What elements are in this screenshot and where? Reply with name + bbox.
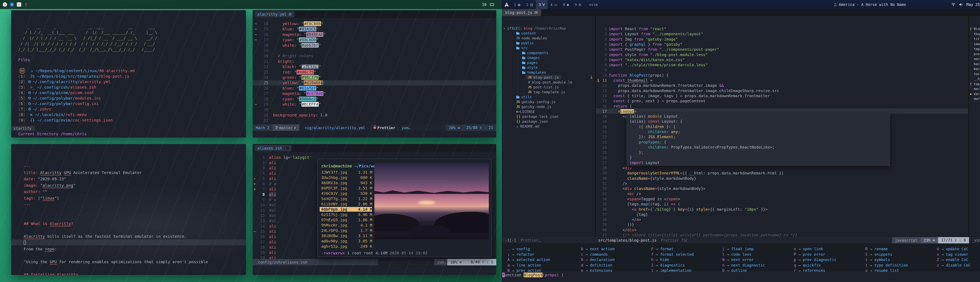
tree-item-license[interactable]: LICENSE [516, 110, 535, 114]
startify-entry[interactable]: [1] JS ~/Repos/blog/src/templates/blog-p… [18, 74, 129, 79]
whichkey-binding-next-error[interactable]: N → next error [722, 258, 754, 262]
whichkey-binding-format-selected[interactable]: f → format selected [651, 252, 694, 257]
tree-root[interactable]: ▾[FILE]:blog/home/chris/Rep [503, 26, 566, 30]
fzf-preview-float[interactable]: chris@machine ~/Pics/wallpapers/6QbF0pb.… [318, 159, 492, 257]
whichkey-binding-outline[interactable]: O → outline [722, 268, 747, 272]
startify-entry[interactable]: [4] ⚙ ~/.config/picom/picom.conf [18, 90, 94, 96]
tree-item-templates[interactable]: templates [522, 70, 546, 75]
whichkey-binding-float-jump[interactable]: j → float jump [722, 247, 754, 251]
preview-file-row[interactable]: ad6v90y.jpg3.05 M [320, 239, 372, 244]
preview-file-row[interactable]: 07nEzQ3.jpg1.86 M [320, 218, 372, 222]
vista-symbols-panel[interactable]: ƒ BlogPost Function:10 thumbnail Variabl… [969, 16, 980, 237]
tree-item-tag-template-js[interactable]: JStag-template.js [528, 90, 565, 94]
preview-file-row[interactable]: 3UwJhbg.jpg680 K [320, 175, 372, 180]
preview-file-row[interactable]: 6QbF0pb.jpg4.14 M [320, 207, 372, 212]
whichkey-binding-diagnostics[interactable]: I → diagnostics [651, 263, 685, 267]
whichkey-binding-declaration[interactable]: D → declaration [581, 258, 615, 262]
vista-symbol[interactable]: thumbnail Variable:11 [970, 32, 980, 36]
coc-explorer-panel[interactable]: ▾[FILE]:blog/home/chris/RepcontentJSnode… [502, 16, 595, 237]
startify-entry[interactable]: [2] ⚙ ~/.config/alacritty/alacritty.yml [18, 79, 111, 84]
vista-symbol[interactable]: marginLeft Property:36 [970, 87, 980, 91]
now-playing[interactable]: America - A Horse with No Name [839, 2, 906, 7]
workspace-4[interactable]: 4▭ [547, 0, 560, 9]
whichkey-binding-tag-viewer[interactable]: v → tag viewer [937, 252, 968, 257]
tree-item-images[interactable]: images [522, 56, 540, 60]
whichkey-binding-disable-CoC[interactable]: z → disable CoC [937, 263, 970, 267]
whichkey-binding-resume-list[interactable]: u → resume list [865, 268, 899, 272]
vista-symbol[interactable]: __html Property:29 [970, 77, 980, 81]
tree-item-src[interactable]: src [516, 46, 528, 50]
keyboard-layout-count[interactable]: 10 [482, 2, 487, 7]
whichkey-binding-symbols[interactable]: s → symbols [865, 258, 890, 262]
vista-symbol[interactable]: next Variable:15 [970, 57, 980, 61]
whichkey-binding-line-action[interactable]: a → line action [508, 263, 541, 267]
preview-file-row[interactable]: 30iNVBw.jpg3.11 M [320, 233, 372, 238]
tree-item-pages[interactable]: pages [522, 61, 538, 65]
vista-symbol[interactable]: backgroundColor Property:23 [970, 67, 980, 71]
whichkey-binding-references[interactable]: r → references [794, 268, 825, 272]
vista-symbol[interactable]: textAlign Property:25 [970, 72, 980, 76]
tree-item-blog-post-module-le[interactable]: #blog-post.module.le [528, 80, 572, 84]
whichkey-binding-prev-action[interactable]: B → prev action [508, 268, 541, 272]
date-label[interactable]: May 25, 2020 [966, 2, 980, 7]
tree-item-readme-md[interactable]: ↓README.md [516, 124, 539, 128]
whichkey-binding-prev-diagnostic[interactable]: p → prev diagnostic [794, 258, 836, 262]
startify-entry[interactable]: [7] ⚙ ~/.zshrc [18, 107, 51, 112]
whichkey-binding-format[interactable]: F → format [651, 247, 673, 251]
tree-item-public[interactable]: public [516, 41, 534, 45]
volume-icon[interactable] [959, 3, 963, 6]
workspace-9[interactable]: 9≣ [572, 0, 584, 9]
whichkey-binding-next-diagnostic[interactable]: n → next diagnostic [722, 263, 765, 267]
whichkey-binding-implementation[interactable]: i → implementation [651, 268, 692, 272]
startify-entry[interactable]: [9] {} ~/.config/nvim/coc-settings.json [18, 118, 113, 123]
tab-alacritty-yml[interactable]: alacritty.yml⚙ [255, 11, 294, 18]
whichkey-binding-next-action[interactable]: b → next action [581, 247, 615, 251]
workspace-2[interactable]: 2▤ [523, 0, 536, 9]
code-editor[interactable]: 1import React from "react"2import Layout… [596, 16, 968, 237]
startify-entry[interactable]: [8] ≡ ~/.local/bin/rofi-menu [18, 112, 87, 117]
tree-item-utils[interactable]: utils [516, 95, 532, 99]
whichkey-binding-enable-CoC[interactable]: Z → enable CoC [937, 258, 968, 262]
whichkey-binding-selected-action[interactable]: A → selected action [508, 258, 550, 262]
preview-file-row[interactable]: 5oXQT7g.jpg1.22 M [320, 196, 372, 201]
preview-file-row[interactable]: aghr5Ip.jpg249 K [320, 244, 372, 249]
terminal-blog-markdown[interactable]: ---title: Alacritty GPU Accelerated Term… [11, 144, 246, 275]
tree-item-components[interactable]: components [522, 51, 548, 55]
terminal-alacritty-yml[interactable]: alacritty.yml⚙~14 yellow: "#EBCB8B"~15 b… [253, 10, 496, 137]
whichkey-binding-type-definition[interactable]: t → type definition [865, 263, 908, 267]
neovim-session[interactable]: blog-post.js JS ▾[FILE]:blog/home/chris/… [502, 9, 980, 282]
preview-file-row[interactable]: 6iibVNY.jpg2.06 M [320, 202, 372, 206]
preview-file-row[interactable]: 3JWY37f.jpg1.31 M [320, 170, 372, 175]
whichkey-menu[interactable]: . → config; → refactorA → selected actio… [502, 244, 980, 271]
tab-aliases-zsh[interactable]: aliases.zsh>_ [255, 145, 291, 151]
whichkey-binding-config[interactable]: . → config [508, 247, 530, 251]
tree-item-node-modules[interactable]: JSnode_modules [516, 36, 547, 40]
vista-symbol[interactable]: backgroundColor Property:21 [970, 62, 980, 66]
vista-symbol[interactable]: ƒ tags.map() callback Funct [970, 82, 980, 86]
whichkey-binding-update-CoC[interactable]: U → update CoC [937, 247, 968, 251]
vista-symbol[interactable]: title Variable:14 [970, 37, 980, 41]
whichkey-binding-definition[interactable]: d → definition [581, 263, 612, 267]
whichkey-binding-refactor[interactable]: ; → refactor [508, 252, 534, 257]
preview-file-row[interactable]: 6zS17Sj.jpg4.96 M [320, 212, 372, 217]
workspace-1[interactable]: 1◉ [511, 0, 523, 9]
vista-symbol[interactable]: tags Variable:14 [970, 47, 980, 51]
whichkey-binding-hide[interactable]: h → hide [651, 258, 669, 262]
alert-icon[interactable]: ❗ [24, 2, 28, 7]
whichkey-binding-prev-error[interactable]: P → prev error [794, 252, 825, 257]
whichkey-binding-code-lens[interactable]: l → code lens [722, 252, 751, 257]
whichkey-binding-snippets[interactable]: S → snippets [865, 252, 892, 257]
discord-icon[interactable]: ツ [3, 2, 7, 7]
tab-blog-post[interactable]: blog-post.js [505, 10, 532, 15]
preview-file-row[interactable]: 24LrDFQ.jpg1.7 M [320, 228, 372, 233]
tree-item-content[interactable]: content [516, 31, 536, 35]
tree-item-gatsby-node-js[interactable]: JSgatsby-node.js [516, 105, 551, 109]
vista-symbol[interactable]: prev Variable:15 [970, 52, 980, 56]
whichkey-binding-quickfix[interactable]: q → quickfix [794, 263, 821, 267]
preview-file-row[interactable]: 9hMxcHr.jpg4.1 M [320, 223, 372, 228]
tree-item-style[interactable]: style [522, 65, 538, 70]
system-tray[interactable]: ツ B ▯ ❗ [0, 2, 28, 7]
startify-entry[interactable]: [0] ↓ ~/Repos/blog/content/Linux/06-alac… [18, 68, 135, 73]
tree-item-gatsby-config-js[interactable]: JSgatsby-config.js [516, 100, 555, 104]
bluetooth-icon[interactable]: B [10, 2, 14, 7]
